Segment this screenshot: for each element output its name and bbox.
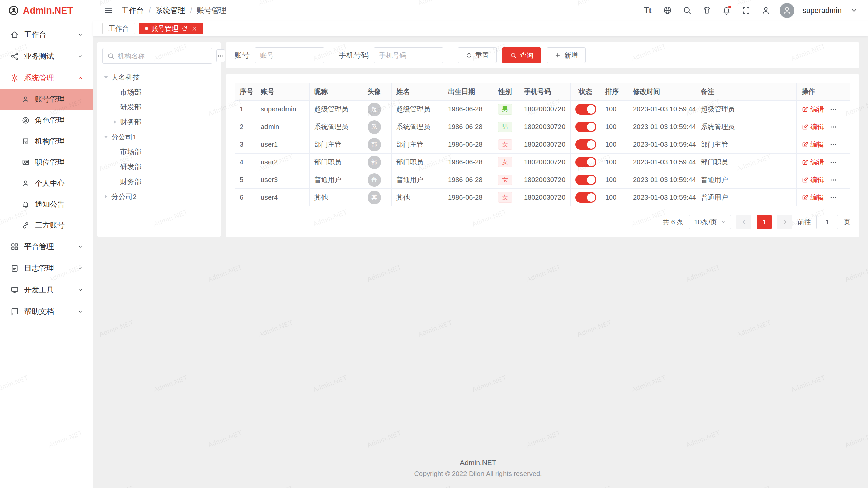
username[interactable]: superadmin [803,6,842,15]
topbar-actions: Tt superadmin [642,3,859,18]
tree-node[interactable]: 研发部 [102,159,216,174]
sidebar-item-dev-tools[interactable]: 开发工具 [0,279,93,301]
tree-node[interactable]: 大名科技 [102,70,216,85]
tree-more-button[interactable] [216,49,225,62]
filter-panel: 账号 手机号码 重置 查询 [226,42,859,68]
row-avatar: 普 [368,173,381,187]
edit-button[interactable]: 编辑 [802,193,824,202]
close-icon [191,25,197,32]
edit-icon [802,177,808,183]
content-row: 大名科技市场部研发部财务部分公司1市场部研发部财务部分公司2 账号 手机号码 [97,42,859,237]
row-more-button[interactable] [829,194,837,202]
sidebar-item-log-manage[interactable]: 日志管理 [0,258,93,279]
row-more-button[interactable] [829,176,837,184]
doc-icon [10,264,19,273]
app-root: Admin.NET 工作台业务测试系统管理账号管理角色管理机构管理职位管理个人中… [0,0,868,488]
sidebar-item-platform-manage[interactable]: 平台管理 [0,236,93,258]
edit-button[interactable]: 编辑 [802,175,824,184]
search-button[interactable]: 查询 [502,47,541,63]
more-icon [829,141,837,149]
theme-icon[interactable] [701,5,712,16]
column-header: 备注 [696,83,797,101]
collapse-menu-icon[interactable] [102,5,114,16]
font-size-icon[interactable]: Tt [642,5,653,16]
tab-workbench[interactable]: 工作台 [102,23,135,34]
edit-icon [802,141,808,148]
org-tree-panel: 大名科技市场部研发部财务部分公司1市场部研发部财务部分公司2 [97,42,221,237]
user-menu-chevron-icon[interactable] [850,6,859,15]
sidebar-item-business-test[interactable]: 业务测试 [0,45,93,67]
avatar[interactable] [780,3,794,18]
breadcrumb-item-system[interactable]: 系统管理 [155,5,185,16]
status-toggle[interactable] [575,157,596,167]
profile-icon[interactable] [760,5,771,16]
prev-page-button[interactable] [736,215,751,229]
row-more-button[interactable] [829,141,837,149]
search-icon[interactable] [681,5,693,16]
row-more-button[interactable] [829,105,837,114]
status-toggle[interactable] [575,175,596,185]
breadcrumb-item-workbench[interactable]: 工作台 [121,5,144,16]
row-more-button[interactable] [829,158,837,166]
tree-node[interactable]: 分公司2 [102,189,216,204]
edit-button[interactable]: 编辑 [802,140,824,149]
gender-badge: 女 [498,192,512,203]
page-size-select[interactable]: 10条/页 [689,215,731,229]
caret-right-icon [111,118,119,126]
edit-button[interactable]: 编辑 [802,122,824,131]
chevron-down-icon [77,308,84,315]
edit-button[interactable]: 编辑 [802,158,824,167]
phone-filter: 手机号码 [339,47,443,63]
refresh-icon [181,25,188,32]
column-header: 姓名 [392,83,443,101]
row-more-button[interactable] [829,123,837,131]
status-toggle[interactable] [575,139,596,150]
org-search-input[interactable] [118,52,208,60]
status-toggle[interactable] [575,104,596,115]
sidebar-item-org-manage[interactable]: 机构管理 [0,131,93,152]
tree-node[interactable]: 分公司1 [102,129,216,144]
table-panel: 序号账号昵称头像姓名出生日期性别手机号码状态排序修改时间备注操作1superad… [226,74,859,237]
sidebar-item-notice-manage[interactable]: 通知公告 [0,194,93,215]
sidebar-item-account-manage[interactable]: 账号管理 [0,89,93,110]
chevron-down-icon [77,265,84,272]
phone-filter-label: 手机号码 [339,50,369,60]
status-toggle[interactable] [575,192,596,203]
tree-node[interactable]: 财务部 [102,174,216,189]
tab-account-manage[interactable]: 账号管理 [139,23,203,34]
app-logo[interactable]: Admin.NET [0,0,93,21]
sidebar-item-third-account[interactable]: 三方账号 [0,215,93,236]
add-button[interactable]: 新增 [547,47,586,63]
language-icon[interactable] [662,5,673,16]
sidebar-item-role-manage[interactable]: 角色管理 [0,110,93,131]
more-icon [829,158,837,166]
phone-filter-input[interactable] [374,47,443,63]
reset-button[interactable]: 重置 [458,47,497,63]
idcard-icon [22,158,30,166]
account-filter-label: 账号 [235,50,250,60]
building-icon [22,137,30,145]
edit-button[interactable]: 编辑 [802,105,824,114]
status-toggle[interactable] [575,122,596,132]
sidebar-item-workbench[interactable]: 工作台 [0,24,93,45]
book-icon [10,307,19,316]
fullscreen-icon[interactable] [740,5,752,16]
tree-node[interactable]: 财务部 [102,115,216,129]
account-filter-input[interactable] [255,47,324,63]
notification-icon[interactable] [721,5,732,16]
topbar: 工作台 / 系统管理 / 账号管理 Tt superadmin [93,0,868,21]
role-icon [22,116,30,124]
grid-icon [10,242,19,251]
tree-node[interactable]: 市场部 [102,85,216,100]
next-page-button[interactable] [777,215,792,229]
tree-node[interactable]: 研发部 [102,100,216,115]
sidebar-item-personal-center[interactable]: 个人中心 [0,173,93,194]
page-number-button[interactable]: 1 [757,215,772,229]
tab-active-dot [145,27,148,30]
chevron-down-icon [77,53,84,60]
tree-node[interactable]: 市场部 [102,144,216,159]
goto-page-input[interactable] [816,215,838,229]
sidebar-item-help-docs[interactable]: 帮助文档 [0,301,93,323]
sidebar-item-system-manage[interactable]: 系统管理 [0,67,93,89]
sidebar-item-position-manage[interactable]: 职位管理 [0,152,93,173]
